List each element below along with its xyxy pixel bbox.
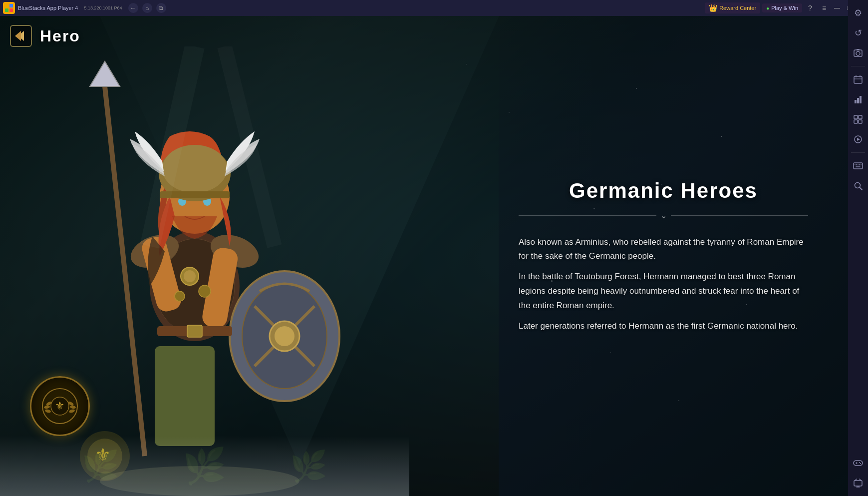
svg-point-8 [44, 405, 50, 409]
divider-left [519, 215, 656, 215]
svg-rect-56 [857, 98, 859, 103]
svg-marker-16 [90, 61, 120, 86]
sidebar-chart-icon[interactable] [849, 90, 867, 108]
help-button[interactable]: ? [804, 2, 816, 14]
svg-marker-5 [15, 31, 21, 41]
nav-home-button[interactable]: ⌂ [142, 3, 152, 13]
titlebar-right: 👑 Reward Center ● Play & Win ? ≡ — □ ✕ [705, 2, 868, 14]
sidebar-rotate-icon[interactable]: ↺ [849, 24, 867, 42]
hero-description-p2: In the battle of Teutoburg Forest, Herma… [519, 270, 808, 313]
divider-chevron-icon: ⌄ [660, 210, 667, 220]
svg-point-12 [68, 409, 75, 414]
app-version-text: 5.13.220.1001 P64 [84, 5, 122, 10]
sidebar-screenshot-icon[interactable] [849, 44, 867, 62]
sidebar-gamepad-icon[interactable] [849, 454, 867, 472]
reward-center-label: Reward Center [719, 5, 756, 11]
back-arrow-icon [10, 25, 32, 47]
svg-rect-57 [860, 96, 862, 103]
page-title: Hero [40, 27, 80, 45]
sidebar-divider-2 [851, 152, 865, 153]
svg-rect-55 [855, 100, 857, 103]
svg-point-29 [275, 326, 294, 346]
main-area: Hero [0, 16, 848, 496]
hero-description-p3: Later generations referred to Hermann as… [519, 319, 808, 334]
menu-button[interactable]: ≡ [818, 2, 830, 14]
svg-point-41 [175, 291, 185, 301]
top-bar: Hero [0, 16, 848, 56]
nav-tabs-button[interactable]: ⧉ [156, 3, 166, 13]
svg-point-9 [44, 409, 51, 414]
svg-rect-64 [854, 163, 863, 169]
titlebar-nav: ← ⌂ ⧉ [128, 3, 166, 13]
svg-text:⚜: ⚜ [55, 400, 65, 412]
sidebar-grid-icon[interactable] [849, 110, 867, 128]
sidebar-macro-icon[interactable] [849, 130, 867, 148]
svg-rect-17 [155, 346, 215, 446]
sidebar-settings-icon[interactable]: ⚙ [849, 4, 867, 22]
minimize-button[interactable]: — [832, 3, 842, 13]
svg-rect-50 [857, 49, 860, 50]
content-panel: Germanic Heroes ⌄ Also known as Arminius… [519, 178, 808, 333]
title-bar: BlueStacks App Player 4 5.13.220.1001 P6… [0, 0, 868, 16]
svg-line-72 [860, 187, 862, 190]
svg-point-40 [199, 285, 211, 297]
hero-title: Germanic Heroes [519, 178, 808, 202]
svg-point-39 [184, 270, 196, 282]
title-divider: ⌄ [519, 210, 808, 220]
nav-back-button[interactable]: ← [128, 3, 138, 13]
svg-point-77 [860, 463, 861, 464]
app-title-text: BlueStacks App Player 4 [18, 5, 78, 11]
svg-marker-63 [857, 138, 860, 141]
play-icon: ● [766, 5, 769, 11]
svg-rect-61 [859, 120, 862, 123]
svg-point-11 [70, 405, 76, 409]
sidebar-divider-1 [851, 66, 865, 66]
svg-rect-1 [9, 4, 13, 7]
svg-rect-37 [187, 325, 202, 337]
svg-rect-73 [854, 461, 863, 466]
hero-area: ⚜ [0, 16, 409, 496]
play-win-button[interactable]: ● Play & Win [762, 3, 802, 12]
sidebar-search-icon[interactable] [849, 177, 867, 195]
emblem: ⚜ [30, 376, 90, 436]
emblem-circle: ⚜ [30, 376, 90, 436]
divider-right [671, 215, 809, 215]
back-button[interactable]: Hero [10, 25, 80, 47]
sidebar-keyboard-icon[interactable] [849, 157, 867, 175]
svg-rect-2 [5, 8, 8, 12]
crown-icon: 👑 [709, 4, 717, 12]
sidebar-tv-icon[interactable] [849, 474, 867, 492]
svg-rect-78 [854, 481, 862, 486]
svg-point-76 [859, 462, 860, 463]
svg-rect-51 [854, 76, 862, 83]
svg-rect-0 [5, 4, 8, 7]
play-win-label: Play & Win [771, 5, 798, 11]
ground-fog [0, 436, 409, 496]
sidebar-calendar-icon[interactable] [849, 70, 867, 88]
svg-rect-60 [854, 120, 858, 123]
app-logo [3, 2, 15, 14]
right-sidebar: ⚙ ↺ [848, 0, 868, 496]
hero-description: Also known as Arminius, who rebelled aga… [519, 235, 808, 333]
svg-rect-58 [854, 115, 858, 119]
hero-description-p1: Also known as Arminius, who rebelled aga… [519, 235, 808, 264]
svg-point-49 [856, 51, 860, 55]
svg-rect-3 [9, 8, 13, 12]
svg-rect-59 [859, 115, 862, 119]
svg-line-47 [225, 46, 275, 246]
reward-center-button[interactable]: 👑 Reward Center [705, 2, 760, 13]
